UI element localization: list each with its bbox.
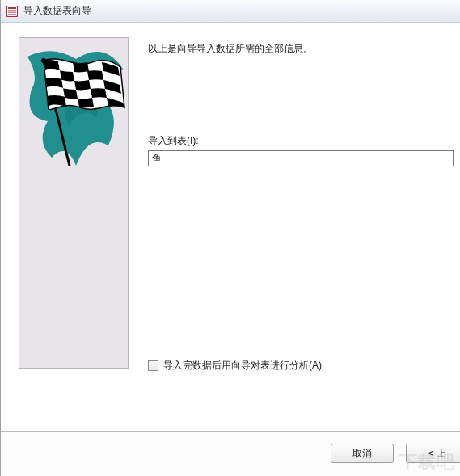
dialog-window: 导入数据表向导	[0, 0, 460, 476]
analyze-checkbox-label: 导入完数据后用向导对表进行分析(A)	[163, 359, 322, 373]
svg-rect-2	[8, 7, 16, 9]
content-area: 以上是向导导入数据所需的全部信息。 导入到表(I): 导入完数据后用向导对表进行…	[1, 23, 460, 432]
titlebar: 导入数据表向导	[1, 0, 460, 23]
svg-rect-3	[8, 10, 16, 11]
access-icon	[6, 5, 19, 18]
analyze-checkbox-row[interactable]: 导入完数据后用向导对表进行分析(A)	[148, 359, 322, 373]
intro-text: 以上是向导导入数据所需的全部信息。	[148, 42, 313, 56]
cancel-button[interactable]: 取消	[331, 444, 394, 463]
client-area: 以上是向导导入数据所需的全部信息。 导入到表(I): 导入完数据后用向导对表进行…	[1, 23, 460, 476]
checkered-flag-icon	[19, 44, 128, 174]
wizard-image-panel	[19, 37, 129, 369]
dialog-title: 导入数据表向导	[23, 4, 91, 18]
svg-rect-4	[8, 11, 16, 13]
import-to-input[interactable]	[148, 150, 454, 166]
import-to-label: 导入到表(I):	[148, 134, 199, 148]
back-button[interactable]: < 上	[406, 444, 460, 463]
analyze-checkbox[interactable]	[148, 360, 158, 371]
svg-rect-5	[8, 14, 16, 15]
button-bar: 取消 < 上	[1, 431, 460, 476]
